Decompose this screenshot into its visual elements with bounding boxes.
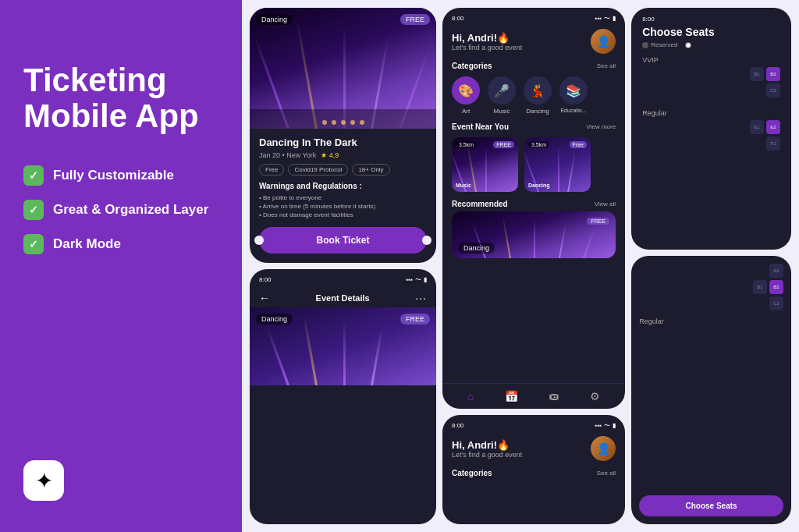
stage-floor <box>250 109 436 129</box>
phone2-time: 8:00 <box>259 276 272 283</box>
event-free-1: FREE <box>493 141 514 148</box>
stage-circles <box>322 120 364 125</box>
home-status-icons: ▪▪▪ 〜 ▮ <box>595 14 616 23</box>
vvip-section-label: VVIP <box>631 53 791 67</box>
recommended-card[interactable]: Dancing FREE <box>452 211 616 258</box>
warning-2: Arrive on time (5 minutes before it star… <box>259 202 427 211</box>
seat-f1[interactable]: F1 <box>766 137 780 151</box>
seat-b2[interactable]: B2 <box>766 67 780 81</box>
category-dancing[interactable]: 💃 Dancing <box>524 76 552 115</box>
lb <box>567 151 576 192</box>
stage-dot <box>322 120 327 125</box>
wifi-icon: 〜 <box>415 275 421 284</box>
categories-see-all[interactable]: See all <box>597 62 616 69</box>
event-label-2: Dancing <box>528 183 550 188</box>
figma-badge: ✦ <box>23 460 64 501</box>
phone2-concert-bg: Dancing FREE <box>250 307 436 385</box>
greeting-subtitle: Let's find a good event <box>452 44 522 51</box>
cat-label-dancing: Dancing <box>526 108 549 115</box>
free-tag: FREE <box>400 14 430 25</box>
user-avatar[interactable]: 👤 <box>591 29 616 54</box>
event-label-1: Music <box>456 183 471 188</box>
seat-row-f: F1 <box>642 137 780 151</box>
home2-categories-title: Categories <box>452 469 492 477</box>
phone-home: 8:00 ▪▪▪ 〜 ▮ Hi, Andri!🔥 Let's find a go… <box>442 8 625 409</box>
rec-free-tag: FREE <box>587 218 609 225</box>
nav-ticket-icon[interactable]: 🎟 <box>549 390 559 403</box>
stage-dot <box>341 120 346 125</box>
battery-icon2: ▮ <box>613 422 616 429</box>
phone-col2: 8:00 ▪▪▪ 〜 ▮ Hi, Andri!🔥 Let's find a go… <box>442 8 625 524</box>
lb <box>534 218 535 258</box>
seat-e1[interactable]: E1 <box>750 120 764 134</box>
recommended-view-all[interactable]: View all <box>595 200 616 207</box>
tag-covid: Covid19 Protocol <box>288 164 348 176</box>
concert-bg: Dancing FREE <box>250 8 436 129</box>
cat-icon-art: 🎨 <box>452 76 480 105</box>
home-header: Hi, Andri!🔥 Let's find a good event 👤 <box>442 26 625 59</box>
seat-e2[interactable]: E2 <box>766 120 780 134</box>
choose-seats-button[interactable]: Choose Seats <box>639 495 783 516</box>
seat-b2b[interactable]: B2 <box>769 280 783 294</box>
phone2-status-icons: ▪▪▪ 〜 ▮ <box>406 275 427 284</box>
wifi-icon: 〜 <box>604 14 610 23</box>
nav-settings-icon[interactable]: ⚙ <box>590 390 600 403</box>
seats-title: Choose Seats <box>642 26 780 38</box>
home2-user-avatar[interactable]: 👤 <box>591 436 616 461</box>
seat-a2[interactable]: A2 <box>769 264 783 278</box>
tag-free: Free <box>259 164 284 176</box>
home2-greeting-text: Hi, Andri!🔥 <box>452 439 522 451</box>
seats-section-vvip: A2 B1 B2 C2 <box>639 264 783 313</box>
category-education[interactable]: 📚 Educatio... <box>559 76 588 115</box>
event-title: Dancing In The Dark <box>259 137 427 148</box>
events-near-view-more[interactable]: View more <box>586 123 616 130</box>
more-options-button[interactable]: ··· <box>415 292 427 304</box>
greeting-area: Hi, Andri!🔥 Let's find a good event <box>452 32 522 51</box>
feature-label-darkmode: Dark Mode <box>53 236 121 252</box>
signal-icon2: ▪▪▪ <box>595 422 602 429</box>
check-icon-customizable <box>23 165 44 186</box>
events-near-row: 3,5km FREE Music 3,5km Free Dancing <box>442 134 625 197</box>
seats-header: 8:00 Choose Seats Reserved <box>631 8 791 53</box>
battery-icon: ▮ <box>613 15 616 22</box>
stage-dot <box>360 120 364 125</box>
left-panel: Ticketing Mobile App Fully Customizable … <box>0 0 242 532</box>
event-info: Dancing In The Dark Jan 20 • New York ★ … <box>250 129 436 263</box>
events-near-title: Event Near You <box>452 122 509 131</box>
category-art[interactable]: 🎨 Art <box>452 76 480 115</box>
home2-greeting-area: Hi, Andri!🔥 Let's find a good event <box>452 439 522 459</box>
seat-c2-spacer <box>750 83 764 98</box>
cat-icon-dancing: 💃 <box>524 76 552 105</box>
warning-1: Be polite to everyone <box>259 193 427 202</box>
category-music[interactable]: 🎤 Music <box>488 76 516 115</box>
check-icon-darkmode <box>23 234 44 254</box>
back-button[interactable]: ← <box>259 292 270 304</box>
seat-row-a: A2 <box>639 264 783 278</box>
regular-section-label: Regular <box>631 106 791 120</box>
cat-label-education: Educatio... <box>560 108 586 113</box>
battery-icon: ▮ <box>424 276 427 283</box>
home2-see-all[interactable]: See all <box>597 470 616 477</box>
seat-row-e: E1 E2 <box>642 120 780 134</box>
lb <box>559 224 566 258</box>
stage-dot <box>350 120 355 125</box>
event-card-music[interactable]: 3,5km FREE Music <box>452 137 518 192</box>
wifi-icon2: 〜 <box>604 421 610 430</box>
event-card-dancing[interactable]: 3,5km Free Dancing <box>524 137 591 192</box>
nav-home-icon[interactable]: ⌂ <box>467 390 474 403</box>
light-beam <box>303 316 318 385</box>
right-area: Dancing FREE Dancing In The Dark Jan 20 … <box>242 0 799 532</box>
check-icon-organized <box>23 200 44 220</box>
nav-calendar-icon[interactable]: 📅 <box>505 390 518 403</box>
seat-c2b[interactable]: C2 <box>769 296 783 310</box>
book-ticket-button[interactable]: Book Ticket <box>259 227 427 254</box>
seat-row-c: C2 <box>642 83 780 98</box>
seat-c2[interactable]: C2 <box>766 83 780 98</box>
cat-icon-music: 🎤 <box>488 76 516 105</box>
seat-b1[interactable]: B1 <box>750 67 764 81</box>
seat-row-b2: B1 B2 <box>639 280 783 294</box>
legend-reserved: Reserved <box>642 41 677 48</box>
seat-b1b[interactable]: B1 <box>753 280 767 294</box>
cat-icon-education: 📚 <box>559 76 588 105</box>
available-dot <box>685 42 691 48</box>
